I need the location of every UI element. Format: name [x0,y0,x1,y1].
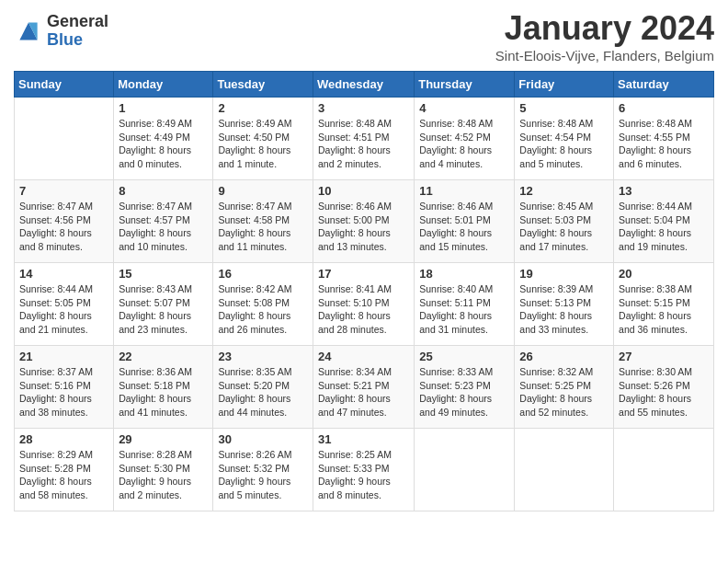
sunset-line: Sunset: 5:05 PM [19,296,108,310]
sunrise-line: Sunrise: 8:48 AM [519,117,609,131]
sunset-line: Sunset: 5:08 PM [218,296,308,310]
calendar-cell: 10Sunrise: 8:46 AMSunset: 5:00 PMDayligh… [313,180,414,263]
daylight-line2: and 41 minutes. [119,406,208,419]
logo-icon [14,17,43,46]
sunrise-line: Sunrise: 8:43 AM [119,282,208,296]
sunset-line: Sunset: 5:18 PM [119,379,208,393]
day-number: 23 [218,350,308,363]
calendar-table: Sunday Monday Tuesday Wednesday Thursday… [14,71,714,511]
sunset-line: Sunset: 4:51 PM [318,131,409,144]
daylight-line2: and 5 minutes. [519,157,609,171]
daylight-line1: Daylight: 8 hours [218,309,308,323]
day-info: Sunrise: 8:49 AMSunset: 4:49 PMDaylight:… [119,117,208,171]
day-info: Sunrise: 8:47 AMSunset: 4:56 PMDaylight:… [19,200,108,254]
daylight-line2: and 33 minutes. [519,323,609,337]
daylight-line1: Daylight: 8 hours [119,309,208,323]
day-number: 26 [519,350,609,363]
calendar-cell: 7Sunrise: 8:47 AMSunset: 4:56 PMDaylight… [15,180,114,263]
calendar-week-row-4: 28Sunrise: 8:29 AMSunset: 5:28 PMDayligh… [15,429,714,511]
daylight-line1: Daylight: 8 hours [318,226,409,240]
sunrise-line: Sunrise: 8:37 AM [19,365,108,379]
daylight-line1: Daylight: 9 hours [218,475,308,488]
daylight-line2: and 58 minutes. [19,488,108,502]
daylight-line2: and 8 minutes. [318,488,409,502]
daylight-line2: and 1 minute. [218,157,308,171]
daylight-line1: Daylight: 8 hours [619,392,709,406]
calendar-week-row-2: 14Sunrise: 8:44 AMSunset: 5:05 PMDayligh… [15,263,714,346]
day-number: 29 [119,432,208,446]
calendar-cell [15,98,114,180]
daylight-line1: Daylight: 8 hours [318,309,409,323]
calendar-cell: 8Sunrise: 8:47 AMSunset: 4:57 PMDaylight… [114,180,213,263]
day-info: Sunrise: 8:37 AMSunset: 5:16 PMDaylight:… [19,365,108,419]
calendar-cell: 26Sunrise: 8:32 AMSunset: 5:25 PMDayligh… [515,346,614,429]
sunset-line: Sunset: 5:07 PM [119,296,208,310]
daylight-line2: and 11 minutes. [218,240,308,254]
day-info: Sunrise: 8:47 AMSunset: 4:58 PMDaylight:… [218,200,308,254]
sunset-line: Sunset: 5:28 PM [19,462,108,476]
calendar-cell: 15Sunrise: 8:43 AMSunset: 5:07 PMDayligh… [114,263,213,346]
sunrise-line: Sunrise: 8:48 AM [419,117,509,131]
location-subtitle: Sint-Eloois-Vijve, Flanders, Belgium [495,48,714,63]
daylight-line1: Daylight: 9 hours [119,475,208,488]
daylight-line2: and 2 minutes. [119,488,208,502]
sunset-line: Sunset: 5:03 PM [519,213,609,227]
sunrise-line: Sunrise: 8:32 AM [519,365,609,379]
day-info: Sunrise: 8:44 AMSunset: 5:04 PMDaylight:… [619,200,709,254]
sunset-line: Sunset: 5:21 PM [318,379,409,393]
sunrise-line: Sunrise: 8:49 AM [218,117,308,131]
calendar-cell: 25Sunrise: 8:33 AMSunset: 5:23 PMDayligh… [415,346,515,429]
sunrise-line: Sunrise: 8:34 AM [318,365,409,379]
sunrise-line: Sunrise: 8:47 AM [119,200,208,213]
sunset-line: Sunset: 5:30 PM [119,462,208,476]
daylight-line2: and 55 minutes. [619,406,709,419]
calendar-cell: 20Sunrise: 8:38 AMSunset: 5:15 PMDayligh… [614,263,714,346]
daylight-line2: and 26 minutes. [218,323,308,337]
sunset-line: Sunset: 5:23 PM [419,379,509,393]
weekday-header-row: Sunday Monday Tuesday Wednesday Thursday… [15,72,714,98]
calendar-cell: 28Sunrise: 8:29 AMSunset: 5:28 PMDayligh… [15,429,114,511]
daylight-line2: and 5 minutes. [218,488,308,502]
daylight-line1: Daylight: 8 hours [519,226,609,240]
sunset-line: Sunset: 5:10 PM [318,296,409,310]
sunrise-line: Sunrise: 8:49 AM [119,117,208,131]
daylight-line1: Daylight: 8 hours [19,226,108,240]
daylight-line2: and 0 minutes. [119,157,208,171]
calendar-cell: 23Sunrise: 8:35 AMSunset: 5:20 PMDayligh… [213,346,313,429]
sunset-line: Sunset: 4:57 PM [119,213,208,227]
day-info: Sunrise: 8:33 AMSunset: 5:23 PMDaylight:… [419,365,509,419]
header-monday: Monday [114,72,213,98]
sunset-line: Sunset: 5:01 PM [419,213,509,227]
daylight-line1: Daylight: 8 hours [619,144,709,157]
logo-text: General Blue [47,13,108,50]
daylight-line1: Daylight: 8 hours [19,309,108,323]
day-number: 28 [19,432,108,446]
day-number: 1 [119,101,208,115]
day-info: Sunrise: 8:30 AMSunset: 5:26 PMDaylight:… [619,365,709,419]
day-number: 9 [218,184,308,198]
daylight-line1: Daylight: 8 hours [519,392,609,406]
daylight-line2: and 23 minutes. [119,323,208,337]
day-info: Sunrise: 8:46 AMSunset: 5:01 PMDaylight:… [419,200,509,254]
sunrise-line: Sunrise: 8:48 AM [318,117,409,131]
day-number: 19 [519,267,609,281]
day-number: 6 [619,101,709,115]
day-number: 3 [318,101,409,115]
sunrise-line: Sunrise: 8:48 AM [619,117,709,131]
header-wednesday: Wednesday [313,72,414,98]
daylight-line2: and 47 minutes. [318,406,409,419]
header-tuesday: Tuesday [213,72,313,98]
day-info: Sunrise: 8:42 AMSunset: 5:08 PMDaylight:… [218,282,308,337]
daylight-line1: Daylight: 9 hours [318,475,409,488]
day-number: 27 [619,350,709,363]
header-sunday: Sunday [15,72,114,98]
calendar-week-row-3: 21Sunrise: 8:37 AMSunset: 5:16 PMDayligh… [15,346,714,429]
day-number: 8 [119,184,208,198]
sunset-line: Sunset: 5:20 PM [218,379,308,393]
daylight-line2: and 52 minutes. [519,406,609,419]
day-info: Sunrise: 8:34 AMSunset: 5:21 PMDaylight:… [318,365,409,419]
day-info: Sunrise: 8:36 AMSunset: 5:18 PMDaylight:… [119,365,208,419]
day-info: Sunrise: 8:38 AMSunset: 5:15 PMDaylight:… [619,282,709,337]
sunrise-line: Sunrise: 8:44 AM [619,200,709,213]
calendar-cell: 3Sunrise: 8:48 AMSunset: 4:51 PMDaylight… [313,98,414,180]
